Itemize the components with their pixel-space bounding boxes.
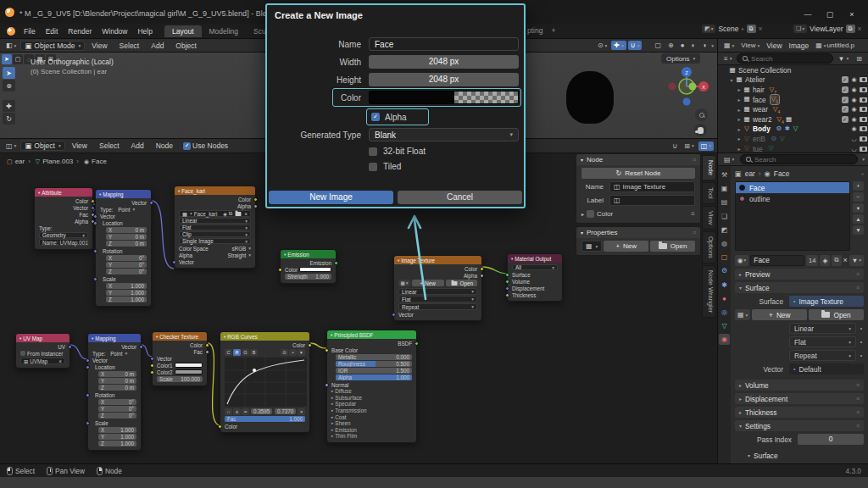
hide-eye-icon[interactable]: ◉ [849,106,859,113]
image-editor-menu[interactable]: View [764,42,784,50]
image-datablock-field[interactable]: ▦▾ Face_kari ◈⧉× [179,210,251,217]
delete-point-icon[interactable]: × [298,408,305,415]
tiled-checkbox[interactable] [369,163,377,171]
shading-mode-button[interactable]: ● [678,41,687,50]
remove-slot-button[interactable]: − [853,192,864,202]
topbar-menu[interactable]: Render [63,27,97,36]
bsdf-slider[interactable]: Metallic0.000 [336,354,412,360]
open-image-button[interactable]: Open [809,309,864,320]
hide-eye-icon[interactable]: ◉ [849,86,859,93]
point-x-field[interactable]: 0.3595 [251,408,272,414]
value-slider[interactable]: Z0 m [106,241,147,247]
shading-mode-button[interactable]: ▢ [652,41,664,50]
select-mode-button[interactable]: ▢ [13,54,23,64]
value-slider[interactable]: Z1.000 [106,297,147,302]
material-slot[interactable]: outline [736,193,849,204]
strength-slider[interactable]: Strength1.000 [285,274,331,280]
hide-eye-icon[interactable]: ◡ [849,136,859,142]
head-model[interactable] [566,71,614,124]
properties-tab-icon[interactable]: ⚒ [719,169,730,180]
npanel-open-button[interactable]: Open [650,241,695,252]
outliner-row[interactable]: ▸ ▽ eriB ⚙ ▽ ◡ [718,134,868,144]
value-slider[interactable]: X0 m [106,227,147,233]
black-level-swatch[interactable]: • [289,349,297,356]
handle-type-icon[interactable]: ∧ [233,408,241,415]
outliner-row[interactable]: ▸ ▦ wear ▽4 ✓ ◉ [718,104,868,114]
node-rgb-curves[interactable]: ▾RGB Curves Color C R G B ⊙ • ▾ [220,331,310,433]
outliner-row[interactable]: ▦ Scene Collection [718,65,868,75]
width-field[interactable]: 2048 px [369,55,519,69]
viewport-menu[interactable]: Select [114,42,145,50]
pan-hand-button[interactable] [694,124,707,136]
properties-tab-icon[interactable]: ▤ [719,197,730,208]
hide-eye-icon[interactable]: ◉ [849,76,859,83]
properties-tab-icon[interactable]: ◍ [719,238,730,249]
navigation-gizmo[interactable]: Z X [665,64,712,112]
value-slider[interactable]: X1.000 [98,427,136,433]
hide-eye-icon[interactable]: ◉ [849,116,859,123]
snap-target-icon[interactable]: ⊞▾ [682,141,696,151]
expand-caret-icon[interactable]: ▸ [736,86,743,92]
topbar-menu[interactable]: Window [97,27,132,36]
properties-tab-icon[interactable]: ▽ [719,320,730,331]
topbar-menu[interactable]: File [19,27,41,36]
node-image-texture[interactable]: ▾Image Texture Color Alpha ▦▾ +New Open … [393,255,482,321]
node-dropdown[interactable]: Linear▾ [179,218,251,224]
expand-caret-icon[interactable]: ▸ [736,116,743,122]
node-label-field[interactable]: ◫ [609,195,695,206]
mode-dropdown[interactable]: ▣ Object Mode▾ [20,41,85,51]
properties-tab-icon[interactable]: ◉ [719,334,730,345]
value-slider[interactable]: Y1.000 [98,434,136,440]
browse-material-icon[interactable]: ◉▾ [735,255,748,266]
value-slider[interactable]: Y0° [106,262,147,268]
name-field[interactable]: Face [369,37,519,51]
viewport-menu[interactable]: Add [146,42,169,50]
minimize-button[interactable]: — [797,10,819,19]
row-label[interactable]: face [753,96,766,104]
outliner-row[interactable]: ▸ ▦ hair ▽7 ✓ ◉ [718,85,868,95]
row-label[interactable]: wear2 [753,115,772,124]
snap-button[interactable]: ✚▾ [611,41,626,50]
outliner-row[interactable]: ▸ ▽ Body ⚙ ✱ ▽ ◉ [718,125,868,135]
node-dropdown[interactable]: Flat▾ [179,225,251,230]
alpha-checkbox[interactable]: ✓ [371,113,380,121]
node-dropdown[interactable]: Flat▾ [398,296,477,302]
generated-type-dropdown[interactable]: Blank▾ [369,128,519,141]
outliner-row[interactable]: ▾ ▦ Atelier ✓ ◉ [718,75,868,86]
material-filter-icon[interactable]: ▼▾ [849,255,864,266]
properties-tab-icon[interactable]: ▣ [719,183,730,194]
fac-slider[interactable]: Fac1.000 [225,416,305,422]
expand-caret-icon[interactable]: ▸ [736,107,743,113]
editor-type-node-icon[interactable]: ◫▾ [3,141,19,151]
sidebar-tab[interactable]: Node Wrangler [702,265,716,318]
properties-tab-icon[interactable]: ◎ [719,307,730,318]
sidebar-tab[interactable]: Node [702,155,716,180]
camera-visibility-icon[interactable] [860,117,867,122]
pin-icon[interactable]: ◦ [742,25,744,33]
proportional-edit-button[interactable]: ∪▾ [628,41,643,50]
add-workspace-button[interactable]: + [551,26,555,35]
sidebar-tab[interactable]: View [702,206,716,230]
expand-caret-icon[interactable]: ▾ [728,77,735,83]
node-checker-texture[interactable]: ▾Checker Texture Color Fac Vector Color1… [152,331,208,386]
selectable-checkbox[interactable]: ✓ [842,86,849,93]
shading-mode-button[interactable]: ⊕ [665,41,676,50]
unlink-material-icon[interactable]: × [843,256,848,264]
blender-menu-icon[interactable] [7,27,15,36]
handle-type-icon[interactable]: ≃ [242,408,249,415]
attribute-type-dropdown[interactable]: Geometry▾ [39,232,88,238]
panel-surface[interactable]: ▾Surface≡ [735,282,864,293]
value-slider[interactable]: Y1.000 [106,290,147,296]
camera-visibility-icon[interactable] [860,97,867,103]
zoom-button[interactable] [695,108,708,121]
point-y-field[interactable]: 0.7370 [275,408,296,414]
row-label[interactable]: Body [753,125,771,133]
viewport-menu[interactable]: View [86,42,112,50]
new-image-confirm-button[interactable]: New Image [269,191,393,204]
properties-tab-icon[interactable]: ◩ [719,225,730,236]
expand-caret-icon[interactable]: ▸ [736,126,743,132]
outliner-search-input[interactable] [751,55,827,63]
scene-selector[interactable]: ◩▾ Scene ◦ ⧉ × [702,25,762,33]
panel-settings-surface[interactable]: ▾Surface [743,450,864,461]
color-swatch[interactable] [175,369,203,374]
